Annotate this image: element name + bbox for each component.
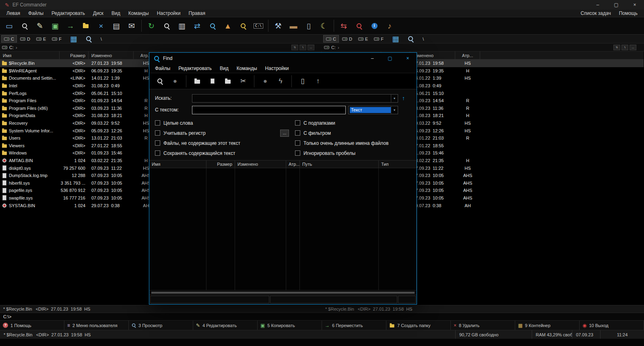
cut-button[interactable]: ✂ bbox=[237, 75, 250, 88]
fkey-6-button[interactable]: →6 Переместить bbox=[322, 321, 386, 330]
menu-item[interactable]: Список задач bbox=[577, 10, 615, 16]
result-column-header[interactable]: Размер bbox=[206, 161, 235, 168]
menu-item[interactable]: Редактировать bbox=[47, 10, 89, 16]
new-folder-button[interactable] bbox=[78, 19, 93, 33]
fkey-1-button[interactable]: ?1 Помощь bbox=[0, 321, 64, 330]
menu-item[interactable]: Настройки bbox=[261, 66, 293, 71]
checkbox[interactable]: С подпапками bbox=[295, 118, 411, 128]
drive-c-button[interactable]: C bbox=[323, 35, 339, 43]
delete-button[interactable]: × bbox=[93, 19, 109, 33]
menu-item[interactable]: Файлы bbox=[151, 66, 174, 71]
menu-item[interactable]: Диск bbox=[89, 10, 107, 16]
goto-folder-button[interactable] bbox=[191, 75, 204, 88]
checkbox[interactable]: Учитывать регистр bbox=[155, 128, 295, 138]
edit-button[interactable]: ✎ bbox=[32, 19, 47, 33]
menu-item[interactable]: Редактировать bbox=[174, 66, 216, 71]
chevron-down-icon[interactable]: ▾ bbox=[391, 106, 398, 114]
fkey-9-button[interactable]: ▦9 Контейнер bbox=[515, 321, 580, 330]
result-column-header[interactable]: Изменено bbox=[235, 161, 286, 168]
stop-search-button[interactable]: ● bbox=[169, 75, 182, 88]
search-folder-button[interactable] bbox=[235, 19, 251, 33]
fkey-3-button[interactable]: 3 Просмотр bbox=[129, 321, 193, 330]
container-button[interactable]: ▯ bbox=[296, 75, 309, 88]
search-drive-button[interactable] bbox=[205, 19, 220, 33]
result-column-header[interactable]: Атр... bbox=[286, 161, 300, 168]
drive-search-button[interactable] bbox=[83, 35, 95, 43]
vehicle-button[interactable]: ▬ bbox=[286, 19, 301, 33]
menu-item[interactable]: Вид bbox=[107, 10, 124, 16]
column-header-size[interactable]: Размер bbox=[60, 51, 89, 59]
history-up-icon[interactable]: ↑ bbox=[402, 95, 405, 101]
dos-prompt-button[interactable]: C:\ bbox=[251, 19, 266, 33]
info-button[interactable]: i bbox=[367, 19, 382, 33]
drive-e-button[interactable]: E bbox=[355, 35, 371, 43]
quick-view-button[interactable] bbox=[17, 19, 32, 33]
fkey-8-button[interactable]: ×8 Удалить bbox=[451, 321, 515, 330]
view-file-button[interactable] bbox=[206, 75, 219, 88]
checkbox[interactable]: Игнорировать пробелы bbox=[295, 148, 411, 158]
refresh-button[interactable]: ↻ bbox=[144, 19, 159, 33]
column-header-name[interactable]: Имя bbox=[0, 51, 60, 59]
chevron-down-icon[interactable]: ▾ bbox=[391, 95, 398, 102]
result-column-header[interactable]: Путь bbox=[300, 161, 379, 168]
checkbox[interactable]: Сохранять содержащийся текст bbox=[155, 148, 295, 158]
menu-item[interactable]: Левая bbox=[2, 10, 24, 16]
fkey-5-button[interactable]: ▣5 Копировать bbox=[258, 321, 322, 330]
drive-f-button[interactable]: F bbox=[371, 35, 386, 43]
unc-button[interactable]: \\ bbox=[291, 45, 298, 50]
result-column-header[interactable]: Имя bbox=[149, 161, 206, 168]
sync-dirs-button[interactable]: ⇆ bbox=[336, 19, 351, 33]
text-type-combobox[interactable]: Текст ▾ bbox=[348, 106, 398, 114]
root-button[interactable]: \ bbox=[621, 45, 628, 50]
menu-item[interactable]: Настройки bbox=[153, 10, 185, 16]
stop-search-button[interactable] bbox=[351, 19, 367, 33]
drive-d-button[interactable]: D bbox=[339, 35, 355, 43]
minimize-button[interactable]: – bbox=[363, 53, 381, 64]
maximize-button[interactable]: ▢ bbox=[381, 53, 399, 64]
drive-f-button[interactable]: F bbox=[49, 35, 64, 43]
copy-button[interactable]: ▣ bbox=[47, 19, 63, 33]
close-button[interactable]: × bbox=[625, 0, 644, 10]
drive-c-button[interactable]: C bbox=[1, 35, 17, 43]
scrollbar-thumb[interactable] bbox=[151, 292, 415, 294]
network-view-button[interactable]: ▦ bbox=[389, 35, 402, 43]
menu-item[interactable]: Команды bbox=[233, 66, 261, 71]
horizontal-scrollbar[interactable] bbox=[149, 290, 417, 295]
checkbox[interactable]: Файлы, не содержащие этот текст bbox=[155, 138, 295, 148]
drive-e-button[interactable]: E bbox=[33, 35, 49, 43]
menu-item[interactable]: Вид bbox=[216, 66, 233, 71]
fkey-4-button[interactable]: ✎4 Редактировать bbox=[193, 321, 258, 330]
terminal-button[interactable]: ▭ bbox=[2, 19, 17, 33]
root-button[interactable]: \ bbox=[299, 45, 306, 50]
pyramid-button[interactable]: ▲ bbox=[220, 19, 235, 33]
audio-button[interactable]: ♪ bbox=[382, 19, 397, 33]
mail-button[interactable]: ✉ bbox=[124, 19, 139, 33]
minimize-button[interactable]: – bbox=[588, 0, 607, 10]
menu-item[interactable]: Помощь bbox=[615, 10, 642, 16]
screensaver-button[interactable]: ☾ bbox=[316, 19, 332, 33]
fkey-2-button[interactable]: ≡2 Меню пользователя bbox=[64, 321, 129, 330]
checkbox[interactable]: Целые слова bbox=[155, 118, 295, 128]
maximize-button[interactable]: ▢ bbox=[607, 0, 625, 10]
more-button[interactable]: ... bbox=[308, 45, 314, 50]
menu-item[interactable]: Команды bbox=[124, 10, 153, 16]
text-input[interactable] bbox=[192, 106, 346, 114]
trash-button[interactable]: ▯ bbox=[301, 19, 316, 33]
sync-button[interactable]: ⇄ bbox=[190, 19, 205, 33]
filter-browse-button[interactable]: ... bbox=[280, 130, 289, 137]
lightning-button[interactable]: ϟ bbox=[274, 75, 287, 88]
move-up-button[interactable]: ↑ bbox=[312, 75, 324, 88]
checkbox[interactable]: С фильтром bbox=[295, 128, 411, 138]
search-input[interactable] bbox=[192, 95, 391, 102]
tools-button[interactable]: ⚒ bbox=[270, 19, 286, 33]
fkey-7-button[interactable]: 7 Создать папку bbox=[386, 321, 451, 330]
print-button[interactable]: ▤ bbox=[109, 19, 124, 33]
fkey-10-button[interactable]: ◉10 Выход bbox=[580, 321, 644, 330]
feed-button[interactable]: ● bbox=[259, 75, 272, 88]
network-view-button[interactable]: ▦ bbox=[67, 35, 80, 43]
unc-button[interactable]: \\ bbox=[613, 45, 620, 50]
find-dialog-titlebar[interactable]: Find –▢× bbox=[149, 53, 417, 64]
column-header-attr[interactable]: Атр... bbox=[455, 51, 480, 59]
drive-d-button[interactable]: D bbox=[17, 35, 33, 43]
find-button[interactable] bbox=[159, 19, 174, 33]
